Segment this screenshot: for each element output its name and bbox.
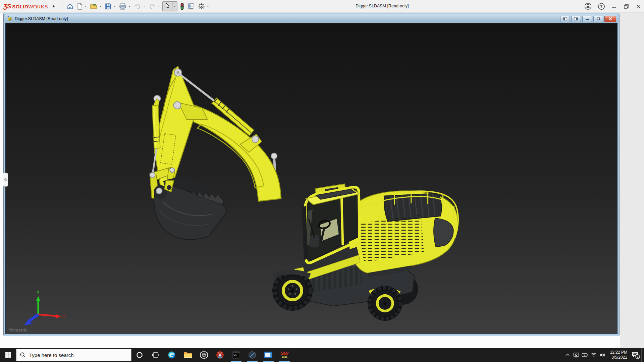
digger-excavator-model: Y X xyxy=(6,23,617,334)
tray-wifi-icon[interactable] xyxy=(589,348,598,362)
3d-viewer-icon xyxy=(200,351,208,359)
command-prompt-icon: C:\_ xyxy=(232,351,240,359)
minimize-icon[interactable] xyxy=(611,3,617,9)
file-explorer-icon xyxy=(183,351,192,359)
account-icon[interactable] xyxy=(584,3,592,10)
triad-x-label: X xyxy=(63,314,66,319)
notification-count: 1 xyxy=(637,355,639,358)
restore-icon[interactable] xyxy=(623,3,629,9)
front-wheel xyxy=(272,270,313,311)
dev-app-hexagon-icon xyxy=(248,351,257,359)
file-properties-button[interactable] xyxy=(186,2,196,11)
document-close-button[interactable] xyxy=(604,16,616,22)
undo-button[interactable] xyxy=(132,2,143,11)
3ds-logo-mark: ƷS xyxy=(3,3,11,10)
search-icon xyxy=(20,352,26,358)
taskbar-solidworks-button[interactable]: SW 2021 xyxy=(276,348,292,362)
undo-dropdown[interactable] xyxy=(143,6,145,7)
solidworks-taskbar-icon: SW 2021 xyxy=(280,351,288,359)
svg-text:?: ? xyxy=(600,4,602,9)
open-dropdown[interactable] xyxy=(100,6,102,7)
rear-wheel xyxy=(368,286,402,321)
cortana-icon xyxy=(136,352,143,358)
save-button[interactable] xyxy=(103,2,113,11)
document-minimize-button[interactable] xyxy=(582,16,592,22)
open-button[interactable] xyxy=(89,2,99,11)
print-button[interactable] xyxy=(117,2,128,11)
edge-icon xyxy=(168,351,176,359)
select-cursor-icon xyxy=(165,3,170,9)
tray-volume-icon[interactable] xyxy=(598,348,607,362)
notification-icon: 1 xyxy=(631,351,640,359)
print-icon xyxy=(119,3,126,10)
task-view-icon xyxy=(152,352,159,358)
solidworks-logo: ƷS SOLID WORKS xyxy=(3,3,48,10)
start-button[interactable] xyxy=(0,348,16,362)
assembly-document-icon xyxy=(7,16,13,21)
taskbar-snip-sketch-button[interactable] xyxy=(212,348,228,362)
triad-y-label: Y xyxy=(37,290,40,295)
document-window: Digger.SLDASM [Read-only] xyxy=(3,13,620,336)
select-tool-dropdown[interactable] xyxy=(172,2,177,11)
options-dropdown[interactable] xyxy=(207,6,209,7)
save-icon xyxy=(105,3,112,10)
application-title: Digger.SLDASM [Read-only] xyxy=(356,0,409,12)
rebuild-button[interactable] xyxy=(178,2,186,11)
orientation-triad: Y X xyxy=(24,290,66,325)
menu-flyout-arrow-icon[interactable] xyxy=(53,5,55,8)
notification-center-button[interactable]: 1 xyxy=(630,348,641,362)
task-pane-collapsed-strip[interactable] xyxy=(620,13,644,348)
cortana-button[interactable] xyxy=(131,348,148,362)
undo-icon xyxy=(134,3,141,10)
close-icon[interactable] xyxy=(635,3,641,9)
tray-chevron-up-icon[interactable] xyxy=(563,348,572,362)
redo-dropdown[interactable] xyxy=(158,6,160,7)
document-restore-button[interactable] xyxy=(593,16,603,22)
new-document-icon xyxy=(77,3,83,10)
options-button[interactable] xyxy=(196,2,207,11)
home-icon xyxy=(67,3,73,10)
help-icon[interactable]: ? xyxy=(598,3,605,10)
svg-text:C:\_: C:\_ xyxy=(233,354,238,356)
taskbar-command-prompt-button[interactable]: C:\_ xyxy=(228,348,244,362)
document-title: Digger.SLDASM [Read-only] xyxy=(15,16,68,21)
clock-time: 12:22 PM xyxy=(610,350,627,355)
file-properties-icon xyxy=(188,3,195,10)
redo-icon xyxy=(149,3,156,10)
options-gear-icon xyxy=(198,3,205,10)
taskbar-search-input[interactable]: Type here to search xyxy=(16,349,131,361)
taskbar-remote-desktop-button[interactable] xyxy=(260,348,276,362)
windows-taskbar: Type here to search xyxy=(0,348,644,362)
print-dropdown[interactable] xyxy=(128,6,130,7)
open-folder-icon xyxy=(90,3,98,10)
snip-sketch-icon xyxy=(216,351,224,359)
save-dropdown[interactable] xyxy=(114,6,116,7)
document-titlebar[interactable]: Digger.SLDASM [Read-only] xyxy=(5,14,618,23)
search-placeholder: Type here to search xyxy=(29,352,74,358)
remote-desktop-icon xyxy=(264,351,273,359)
new-document-button[interactable] xyxy=(75,2,85,11)
taskbar-dev-app-button[interactable] xyxy=(244,348,260,362)
featuremanager-collapsed-tab[interactable] xyxy=(3,173,8,187)
pane-right-button[interactable] xyxy=(571,16,581,22)
taskbar-edge-button[interactable] xyxy=(164,348,180,362)
taskbar-file-explorer-button[interactable] xyxy=(180,348,196,362)
redo-button[interactable] xyxy=(147,2,158,11)
tray-display-icon[interactable] xyxy=(572,348,581,362)
rebuild-traffic-light-icon xyxy=(180,3,184,10)
home-button[interactable] xyxy=(65,2,75,11)
graphics-viewport[interactable]: Y X *Dimetric xyxy=(5,23,618,334)
taskbar-3d-viewer-button[interactable] xyxy=(196,348,212,362)
taskbar-clock[interactable]: 12:22 PM 3/5/2021 xyxy=(610,350,627,360)
select-tool-button[interactable] xyxy=(162,1,177,11)
show-desktop-button[interactable] xyxy=(641,348,644,362)
new-document-dropdown[interactable] xyxy=(85,6,87,7)
bucket xyxy=(154,178,226,240)
tray-battery-icon[interactable] xyxy=(581,348,589,362)
windows-start-icon xyxy=(5,352,11,358)
application-toolbar: ƷS SOLID WORKS xyxy=(0,0,644,13)
clock-date: 3/5/2021 xyxy=(610,355,627,360)
pane-left-button[interactable] xyxy=(560,16,570,22)
task-view-button[interactable] xyxy=(148,348,164,362)
view-orientation-label: *Dimetric xyxy=(8,327,28,333)
